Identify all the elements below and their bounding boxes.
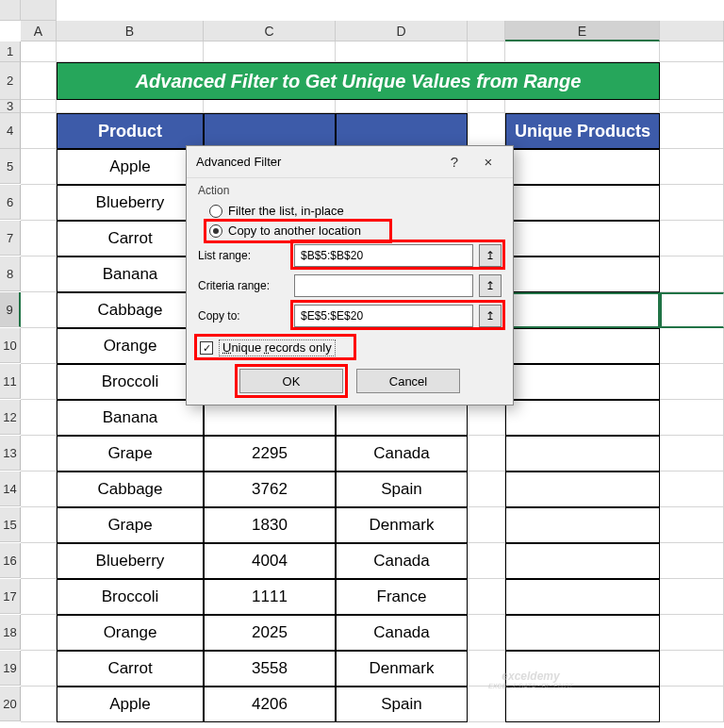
cell-A17[interactable] (21, 579, 57, 615)
row-header-5[interactable]: 5 (0, 149, 21, 184)
copy-to-input[interactable] (294, 305, 473, 327)
row-header-3[interactable]: 3 (0, 100, 21, 113)
row-header-18[interactable]: 18 (0, 615, 21, 650)
row-header-10[interactable]: 10 (0, 328, 21, 363)
col-header-D[interactable]: D (336, 21, 468, 41)
cell-product[interactable]: Banana (57, 256, 204, 292)
cell-unique[interactable] (505, 256, 660, 292)
gap-cell[interactable] (468, 615, 505, 651)
row-header-6[interactable]: 6 (0, 185, 21, 220)
cell-product[interactable]: Apple (57, 149, 204, 185)
cell-country[interactable]: Canada (336, 615, 468, 651)
cell-product[interactable]: Carrot (57, 651, 204, 687)
cell-country[interactable]: Canada (336, 543, 468, 579)
row-header-19[interactable]: 19 (0, 651, 21, 686)
cell-A19[interactable] (21, 651, 57, 687)
row-header-20[interactable]: 20 (0, 687, 21, 721)
cell-A12[interactable] (21, 400, 57, 436)
cell-qty[interactable]: 3558 (204, 651, 336, 687)
cell-A14[interactable] (21, 472, 57, 507)
cell-qty[interactable]: 2025 (204, 615, 336, 651)
cell-product[interactable]: Orange (57, 328, 204, 364)
cell[interactable] (57, 41, 204, 62)
cell-A2[interactable] (21, 62, 57, 100)
row-header-13[interactable]: 13 (0, 436, 21, 471)
cell[interactable] (204, 100, 336, 113)
cell-unique[interactable] (505, 149, 660, 185)
cancel-button[interactable]: Cancel (356, 369, 460, 393)
cell-unique[interactable] (505, 185, 660, 221)
range-picker-button[interactable]: ↥ (479, 305, 502, 327)
cell-unique[interactable] (505, 221, 660, 256)
range-picker-button[interactable]: ↥ (479, 274, 502, 297)
cell-unique[interactable] (505, 292, 660, 328)
cell-product[interactable]: Orange (57, 615, 204, 651)
help-button[interactable]: ? (437, 149, 471, 175)
cell-A20[interactable] (21, 687, 57, 722)
row-header-7[interactable]: 7 (0, 221, 21, 256)
cell-qty[interactable]: 4206 (204, 687, 336, 722)
cell-A7[interactable] (21, 221, 57, 256)
gap-cell[interactable] (468, 687, 505, 722)
ok-button[interactable]: OK (239, 369, 343, 393)
cell[interactable] (468, 100, 505, 113)
row-header-1[interactable]: 1 (0, 41, 21, 62)
cell-unique[interactable] (505, 364, 660, 400)
cell[interactable] (660, 41, 724, 62)
cell-product[interactable]: Grape (57, 436, 204, 472)
cell-qty[interactable]: 3762 (204, 472, 336, 507)
cell[interactable] (21, 41, 57, 62)
cell-product[interactable]: Cabbage (57, 292, 204, 328)
cell-qty[interactable]: 2295 (204, 436, 336, 472)
cell-country[interactable]: Spain (336, 472, 468, 507)
col-header-A[interactable]: A (21, 21, 57, 41)
cell[interactable] (468, 41, 505, 62)
cell[interactable] (660, 185, 724, 221)
cell[interactable] (505, 100, 660, 113)
cell-A15[interactable] (21, 507, 57, 543)
cell-unique[interactable] (505, 543, 660, 579)
cell-product[interactable]: Grape (57, 507, 204, 543)
gap-cell[interactable] (468, 436, 505, 472)
cell-product[interactable]: Broccoli (57, 579, 204, 615)
cell[interactable] (505, 41, 660, 62)
cell[interactable] (660, 62, 724, 100)
criteria-range-input[interactable] (294, 274, 473, 297)
cell-product[interactable]: Cabbage (57, 472, 204, 507)
cell-A8[interactable] (21, 256, 57, 292)
cell[interactable] (660, 615, 724, 651)
cell-A13[interactable] (21, 436, 57, 472)
range-picker-button[interactable]: ↥ (479, 244, 502, 267)
row-header-9[interactable]: 9 (0, 292, 21, 327)
cell[interactable] (660, 113, 724, 149)
cell-unique[interactable] (505, 328, 660, 364)
cell-country[interactable]: Denmark (336, 507, 468, 543)
cell-unique[interactable] (505, 472, 660, 507)
cell-A18[interactable] (21, 615, 57, 651)
gap-cell[interactable] (468, 507, 505, 543)
cell-unique[interactable] (505, 579, 660, 615)
cell-product[interactable]: Carrot (57, 221, 204, 256)
cell-unique[interactable] (505, 400, 660, 436)
cell-product[interactable]: Blueberry (57, 543, 204, 579)
cell-unique[interactable] (505, 615, 660, 651)
cell[interactable] (57, 100, 204, 113)
cell-A6[interactable] (21, 185, 57, 221)
list-range-input[interactable] (294, 244, 473, 267)
cell-qty[interactable]: 1111 (204, 579, 336, 615)
cell[interactable] (660, 687, 724, 722)
cell[interactable] (336, 100, 468, 113)
cell-product[interactable]: Blueberry (57, 185, 204, 221)
cell[interactable] (660, 472, 724, 507)
cell[interactable] (660, 543, 724, 579)
radio-copy-to-location[interactable]: Copy to another location (198, 221, 502, 240)
cell[interactable] (660, 364, 724, 400)
gap-cell[interactable] (468, 472, 505, 507)
cell-country[interactable]: Spain (336, 687, 468, 722)
cell[interactable] (660, 256, 724, 292)
col-header-E[interactable]: E (505, 21, 660, 41)
cell-country[interactable]: Denmark (336, 651, 468, 687)
col-header-B[interactable]: B (57, 21, 204, 41)
cell-A5[interactable] (21, 149, 57, 185)
cell-A10[interactable] (21, 328, 57, 364)
